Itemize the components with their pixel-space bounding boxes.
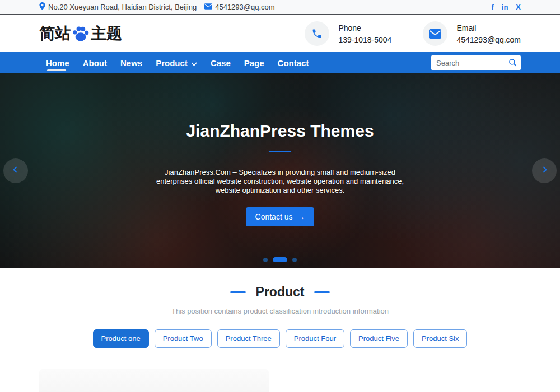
paw-icon [72, 25, 90, 43]
search-box [431, 55, 521, 70]
chevron-down-icon [191, 58, 197, 68]
nav-item-product[interactable]: Product [149, 52, 204, 73]
facebook-icon[interactable]: f [491, 3, 493, 11]
email-address: 4541293@qq.com [456, 35, 521, 44]
nav-item-home[interactable]: Home [40, 52, 76, 73]
carousel-dot-2-active[interactable] [273, 257, 287, 262]
topbar-address-text: No.20 Xueyuan Road, Haidian District, Be… [48, 3, 197, 11]
email-icon [423, 21, 447, 46]
linkedin-icon[interactable]: in [502, 3, 508, 11]
nav-item-page[interactable]: Page [237, 52, 271, 73]
header-phone-block: Phone 139-1018-5004 [305, 21, 391, 46]
arrow-right-icon: → [297, 212, 305, 221]
logo-text-prefix: 简站 [39, 23, 71, 44]
nav-item-case[interactable]: Case [204, 52, 237, 73]
location-pin-icon [39, 2, 45, 12]
nav-item-about[interactable]: About [76, 52, 114, 73]
carousel-next-button[interactable] [532, 158, 557, 183]
active-nav-underline [47, 69, 66, 71]
filter-product-five[interactable]: Product Five [350, 329, 408, 348]
carousel-prev-button[interactable] [3, 158, 28, 183]
chevron-left-icon [10, 164, 21, 177]
contact-us-button[interactable]: Contact us → [246, 207, 315, 226]
phone-icon [305, 21, 329, 46]
product-section-subtitle: This position contains product classific… [0, 307, 560, 315]
hero-title: JianZhanPress Themes [186, 122, 374, 141]
site-logo[interactable]: 简站 主题 [39, 23, 122, 44]
filter-product-three[interactable]: Product Three [217, 329, 280, 348]
twitter-x-icon[interactable]: X [516, 3, 521, 11]
filter-product-two[interactable]: Product Two [155, 329, 212, 348]
product-section: Product This position contains product c… [0, 268, 560, 392]
logo-text-suffix: 主题 [91, 23, 122, 44]
email-label: Email [456, 24, 521, 32]
phone-number: 139-1018-5004 [338, 35, 391, 44]
header: 简站 主题 [0, 15, 560, 52]
nav-item-news[interactable]: News [114, 52, 149, 73]
product-card[interactable] [39, 369, 269, 392]
hero-description: JianZhanPress.Com – Specializes in provi… [153, 168, 407, 195]
topbar-address: No.20 Xueyuan Road, Haidian District, Be… [39, 2, 197, 12]
product-filter-bar: Product one Product Two Product Three Pr… [0, 329, 560, 348]
topbar: No.20 Xueyuan Road, Haidian District, Be… [0, 0, 560, 15]
title-dash-right [314, 291, 330, 293]
title-dash-left [230, 291, 246, 293]
header-email-block: Email 4541293@qq.com [423, 21, 521, 46]
carousel-dot-1[interactable] [263, 258, 268, 262]
search-icon[interactable] [508, 58, 517, 69]
chevron-right-icon [539, 164, 550, 177]
topbar-email: 4541293@qq.com [204, 3, 274, 11]
page: No.20 Xueyuan Road, Haidian District, Be… [0, 0, 560, 392]
hero-carousel: JianZhanPress Themes JianZhanPress.Com –… [0, 73, 560, 268]
filter-product-four[interactable]: Product Four [286, 329, 344, 348]
carousel-dot-3[interactable] [292, 258, 297, 262]
nav-item-contact[interactable]: Contact [271, 52, 316, 73]
phone-label: Phone [338, 24, 391, 32]
envelope-icon [204, 3, 212, 11]
product-section-title: Product [256, 284, 305, 300]
carousel-dots [263, 257, 297, 262]
search-input[interactable] [431, 55, 521, 70]
filter-product-one[interactable]: Product one [93, 329, 149, 348]
hero-title-underline [269, 151, 291, 152]
topbar-email-text: 4541293@qq.com [215, 3, 274, 11]
main-nav: Home About News Product Case Page Contac… [0, 52, 560, 73]
filter-product-six[interactable]: Product Six [413, 329, 467, 348]
